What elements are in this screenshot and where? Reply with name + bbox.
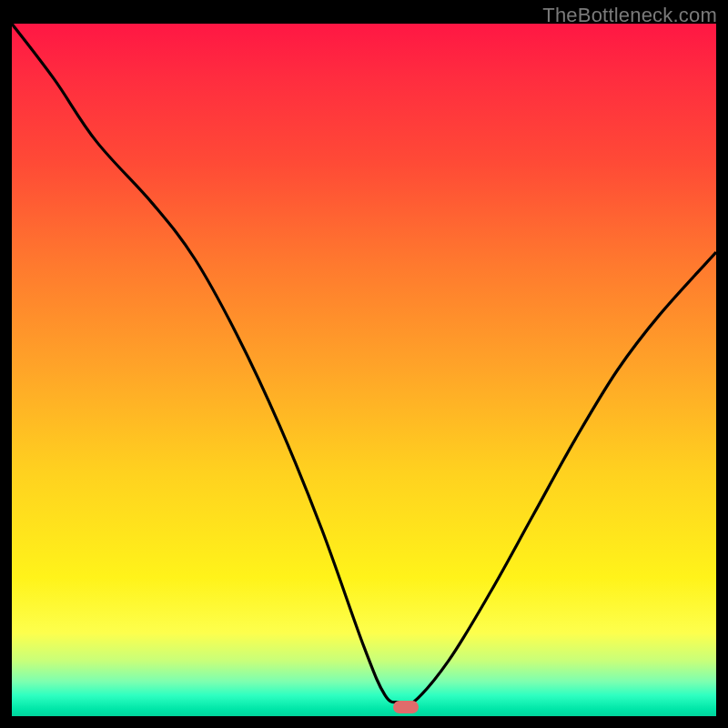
chart-frame: TheBottleneck.com: [0, 0, 728, 728]
curve-path: [12, 24, 716, 706]
watermark-text: TheBottleneck.com: [542, 4, 717, 27]
optimum-marker: [393, 701, 419, 713]
plot-area: [12, 24, 716, 716]
bottleneck-curve: [12, 24, 716, 716]
